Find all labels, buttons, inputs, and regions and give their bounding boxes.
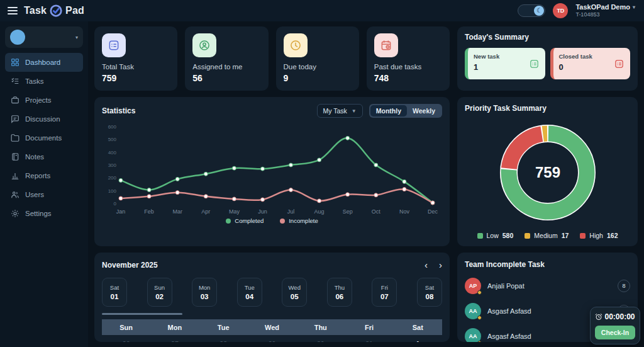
calendar-date[interactable]: 26	[102, 340, 150, 342]
sidebar-item-discussion[interactable]: Discussion	[5, 110, 83, 128]
task-list-icon	[529, 59, 540, 69]
calendar-next-icon[interactable]: ›	[439, 260, 442, 270]
sidebar-item-label: Dashboard	[25, 59, 60, 66]
legend-label: Medium	[534, 232, 557, 239]
stat-label: Past due tasks	[374, 63, 442, 71]
week-header-row: Sun Mon Tue Wed Thu Fri Sat	[102, 319, 442, 335]
calendar-date[interactable]: 27	[150, 340, 199, 342]
stat-value: 9	[284, 73, 352, 83]
legend-swatch-high	[580, 233, 586, 239]
day-chip[interactable]: Sun02	[147, 278, 172, 307]
legend-label: Completed	[235, 217, 264, 224]
svg-text:400: 400	[108, 150, 117, 156]
dark-mode-toggle[interactable]: ☾	[518, 4, 545, 17]
calendar-card: November 2025 ‹ › Sat01 Sun02 Mon03 Tue0…	[94, 253, 450, 342]
stat-card-due-today[interactable]: Due today 9	[276, 26, 359, 91]
check-in-timer-widget: 00:00:00 Check-In	[590, 307, 640, 344]
hamburger-menu-icon[interactable]	[8, 7, 18, 14]
stat-value: 748	[374, 73, 442, 83]
legend-swatch-low	[477, 233, 483, 239]
statistics-line-chart: 0100200300400500600JanFebMarAprMayJunJul…	[102, 120, 441, 216]
todays-summary-title: Today's Summary	[465, 33, 630, 42]
dashboard-icon	[11, 58, 19, 67]
monthly-tab[interactable]: Monthly	[370, 105, 407, 117]
priority-title: Priority Task Summary	[465, 104, 630, 113]
horizontal-scrollbar[interactable]	[102, 313, 182, 315]
member-avatar: AA	[465, 328, 481, 342]
task-filter-dropdown[interactable]: My Task ▼	[317, 104, 363, 118]
member-avatar: AP	[465, 278, 481, 294]
sidebar: ▾ Dashboard Tasks Projects Discussion Do…	[0, 21, 88, 347]
sidebar-item-documents[interactable]: Documents	[5, 128, 83, 147]
team-member-row[interactable]: AP Anjali Popat 8	[465, 278, 630, 294]
calendar-date[interactable]: 30	[296, 340, 345, 342]
timer-value: 00:00:00	[604, 312, 635, 321]
workspace-avatar	[10, 30, 25, 45]
sidebar-item-label: Settings	[25, 210, 52, 217]
chart-legend: Completed Incomplete	[102, 217, 442, 224]
day-chip[interactable]: Sat08	[417, 278, 442, 307]
svg-text:Jun: Jun	[258, 208, 267, 215]
stat-value: 56	[192, 73, 260, 83]
legend-swatch-medium	[525, 233, 530, 239]
sidebar-item-tasks[interactable]: Tasks	[5, 72, 83, 91]
legend-label: Low	[487, 232, 499, 239]
stat-card-total-task[interactable]: Total Task 759	[94, 26, 177, 91]
svg-text:Feb: Feb	[144, 208, 154, 215]
stat-label: Assigned to me	[192, 63, 260, 71]
priority-legend: Low 580 Medium 17 High 162	[465, 232, 630, 239]
projects-icon	[11, 96, 19, 105]
workspace-selector[interactable]: ▾	[5, 26, 83, 48]
user-avatar[interactable]: TD	[553, 3, 568, 18]
chat-icon	[11, 115, 19, 123]
member-name: Anjali Popat	[487, 282, 618, 290]
day-chip[interactable]: Mon03	[192, 278, 217, 307]
sidebar-item-label: Discussion	[25, 115, 60, 123]
legend-value: 580	[502, 232, 514, 239]
calendar-month-title: November 2025	[102, 261, 158, 270]
main-content: Total Task 759 Assigned to me 56	[88, 21, 644, 347]
calendar-date[interactable]: 31	[345, 340, 393, 342]
sidebar-item-dashboard[interactable]: Dashboard	[5, 53, 83, 72]
user-menu[interactable]: TaskOPad Demo ▾ T-104853	[575, 3, 635, 18]
day-chip[interactable]: Wed05	[282, 278, 307, 307]
status-dot	[477, 290, 482, 295]
sidebar-item-label: Users	[25, 191, 44, 198]
legend-dot-completed	[226, 219, 231, 224]
svg-text:Nov: Nov	[399, 208, 410, 215]
svg-text:May: May	[229, 208, 240, 215]
calendar-date[interactable]: 29	[248, 340, 296, 342]
svg-text:200: 200	[108, 175, 117, 181]
new-task-card[interactable]: New task 1	[465, 48, 545, 79]
weekday-label: Mon	[150, 324, 199, 331]
task-count-badge: 8	[618, 280, 630, 292]
day-chip[interactable]: Fri07	[372, 278, 397, 307]
stat-card-assigned-to-me[interactable]: Assigned to me 56	[185, 26, 268, 91]
sidebar-item-reports[interactable]: Reports	[5, 166, 83, 185]
closed-task-card[interactable]: Closed task 0	[550, 48, 631, 79]
todays-summary-card: Today's Summary New task 1 Closed task 0	[457, 26, 638, 91]
calendar-date[interactable]: 28	[199, 340, 248, 342]
stat-card-past-due[interactable]: Past due tasks 748	[367, 26, 450, 91]
check-in-button[interactable]: Check-In	[595, 326, 635, 339]
sidebar-item-settings[interactable]: Settings	[5, 204, 83, 223]
day-chip[interactable]: Tue04	[237, 278, 262, 307]
day-chip[interactable]: Thu06	[327, 278, 352, 307]
svg-text:Mar: Mar	[172, 208, 182, 215]
svg-text:100: 100	[108, 188, 117, 194]
sidebar-item-users[interactable]: Users	[5, 185, 83, 204]
calendar-date[interactable]: 1	[394, 340, 442, 342]
calendar-prev-icon[interactable]: ‹	[425, 260, 428, 270]
brand-text-pad: Pad	[65, 5, 84, 16]
weekday-label: Tue	[199, 324, 248, 331]
svg-text:Apr: Apr	[201, 208, 210, 215]
chevron-down-icon: ▾	[75, 35, 78, 40]
users-icon	[11, 190, 19, 199]
day-chip[interactable]: Sat01	[102, 278, 127, 307]
weekly-tab[interactable]: Weekly	[407, 105, 441, 117]
svg-text:500: 500	[108, 137, 117, 142]
sidebar-item-projects[interactable]: Projects	[5, 91, 83, 110]
sidebar-item-notes[interactable]: Notes	[5, 147, 83, 166]
brand-text-task: Task	[24, 5, 47, 16]
statistics-card: Statistics My Task ▼ Monthly Weekly	[94, 97, 450, 246]
